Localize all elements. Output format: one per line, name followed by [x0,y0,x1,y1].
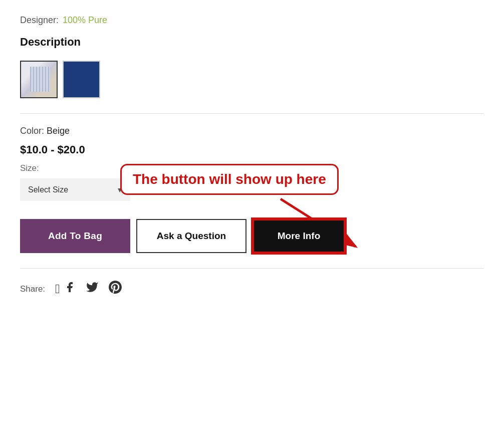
add-to-bag-button[interactable]: Add To Bag [20,219,130,253]
designer-row: Designer: 100% Pure [20,15,484,26]
twitter-icon[interactable] [86,281,99,297]
thumbnail-1[interactable] [20,61,58,98]
color-value: Beige [47,126,70,136]
description-heading: Description [20,36,484,49]
price-range: $10.0 - $20.0 [20,143,484,156]
more-info-button[interactable]: More Info [253,219,345,253]
size-label: Size: [20,163,484,173]
share-label: Share: [20,284,45,294]
action-buttons-row: Add To Bag Ask a Question More Info [20,219,484,253]
size-select-wrapper[interactable]: Select Size XS S M L XL ▼ [20,178,130,201]
divider-1 [20,113,484,114]
thumbnails-row [20,61,484,98]
color-label: Color: [20,126,44,136]
color-row: Color: Beige [20,126,484,136]
share-row: Share:  [20,281,484,297]
divider-2 [20,268,484,269]
designer-link[interactable]: 100% Pure [63,15,107,26]
size-select[interactable]: Select Size XS S M L XL [20,178,130,201]
callout-text: The button will show up here [133,171,326,187]
facebook-icon[interactable]:  [55,281,76,297]
thumbnail-2[interactable] [63,61,100,98]
pinterest-icon[interactable] [109,281,122,297]
product-area: The button will show up here Add To Bag … [20,219,484,253]
ask-question-button[interactable]: Ask a Question [136,219,246,253]
designer-label: Designer: [20,15,59,26]
